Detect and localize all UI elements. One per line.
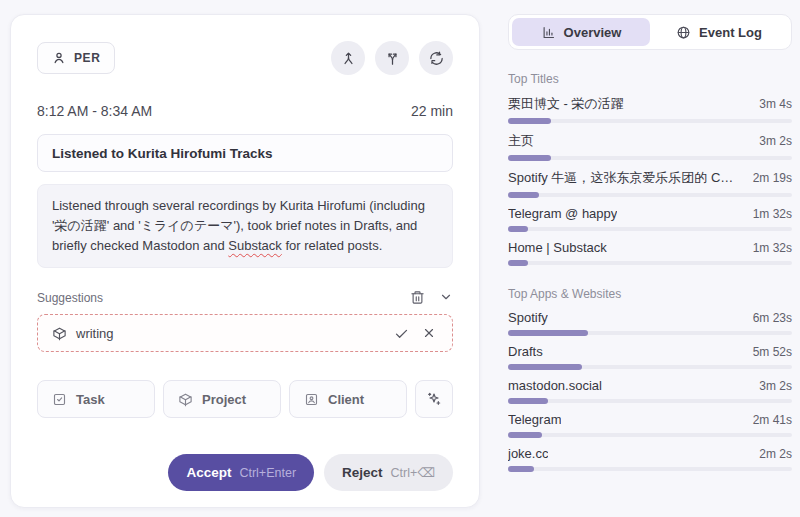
stat-title: Spotify 牛逼，这张东京爱乐乐团的 CD，演奏... — [508, 169, 743, 187]
suggestions-label: Suggestions — [37, 291, 103, 305]
entry-editor-card: PER — [10, 14, 480, 508]
stat-duration: 3m 4s — [759, 97, 792, 111]
check-icon — [394, 326, 409, 341]
reject-button[interactable]: Reject Ctrl+⌫ — [324, 454, 453, 491]
dismiss-suggestion-button[interactable] — [420, 324, 438, 342]
stat-title: joke.cc — [508, 446, 548, 461]
stat-duration: 1m 32s — [753, 207, 792, 221]
entry-type-label: PER — [74, 51, 100, 65]
progress-track — [508, 119, 792, 123]
globe-icon — [676, 25, 691, 40]
merge-button[interactable] — [331, 41, 365, 75]
progress-fill — [508, 118, 551, 124]
title-stat-row: 主页3m 2s — [508, 132, 792, 160]
stat-duration: 1m 32s — [753, 241, 792, 255]
tab-overview-label: Overview — [564, 25, 622, 40]
stat-title: Spotify — [508, 310, 548, 325]
tab-event-log[interactable]: Event Log — [650, 18, 788, 46]
progress-fill — [508, 432, 542, 438]
entry-description[interactable]: Listened through several recordings by K… — [37, 184, 453, 268]
top-apps-section: Top Apps & Websites Spotify6m 23s Drafts… — [508, 287, 792, 471]
task-checkbox-icon — [52, 392, 67, 407]
refresh-button[interactable] — [419, 41, 453, 75]
sparkles-icon — [426, 391, 442, 407]
progress-track — [508, 193, 792, 197]
app-stat-row: Drafts5m 52s — [508, 344, 792, 369]
time-range: 8:12 AM - 8:34 AM — [37, 103, 152, 119]
title-stat-row: Home | Substack1m 32s — [508, 240, 792, 265]
top-titles-section: Top Titles 栗田博文 - 栄の活躍3m 4s 主页3m 2s Spot… — [508, 72, 792, 265]
merge-icon — [341, 51, 356, 66]
progress-fill — [508, 398, 548, 404]
progress-fill — [508, 226, 528, 232]
person-icon — [52, 51, 66, 65]
accept-label: Accept — [186, 465, 231, 480]
progress-fill — [508, 155, 551, 161]
stat-title: Drafts — [508, 344, 543, 359]
add-client-button[interactable]: Client — [289, 380, 407, 418]
add-task-button[interactable]: Task — [37, 380, 155, 418]
refresh-icon — [429, 51, 444, 66]
reject-label: Reject — [342, 465, 383, 480]
stat-title: mastodon.social — [508, 378, 602, 393]
close-icon — [422, 326, 436, 340]
progress-track — [508, 227, 792, 231]
progress-track — [508, 365, 792, 369]
project-button-label: Project — [202, 392, 246, 407]
progress-fill — [508, 192, 539, 198]
accept-suggestion-button[interactable] — [392, 324, 411, 343]
reject-shortcut: Ctrl+⌫ — [391, 465, 435, 480]
entry-title-input[interactable] — [37, 134, 453, 172]
progress-track — [508, 433, 792, 437]
duration-label: 22 min — [411, 103, 453, 119]
split-icon — [385, 51, 400, 66]
stat-duration: 3m 2s — [759, 134, 792, 148]
misspelled-word: Substack — [228, 238, 281, 253]
app-stat-row: Spotify6m 23s — [508, 310, 792, 335]
entry-type-badge[interactable]: PER — [37, 42, 115, 74]
entry-actions — [331, 41, 453, 75]
tab-overview[interactable]: Overview — [512, 18, 650, 46]
accept-shortcut: Ctrl+Enter — [239, 466, 296, 480]
suggestion-text: writing — [76, 326, 114, 341]
stat-title: Telegram — [508, 412, 561, 427]
suggestions-header: Suggestions — [37, 290, 453, 305]
delete-suggestions-button[interactable] — [410, 290, 425, 305]
accept-button[interactable]: Accept Ctrl+Enter — [168, 454, 314, 491]
suggestion-chip[interactable]: writing — [37, 314, 453, 352]
progress-track — [508, 399, 792, 403]
progress-fill — [508, 364, 582, 370]
progress-track — [508, 261, 792, 265]
top-titles-heading: Top Titles — [508, 72, 792, 86]
stat-duration: 2m 2s — [759, 447, 792, 461]
app-stat-row: mastodon.social3m 2s — [508, 378, 792, 403]
split-button[interactable] — [375, 41, 409, 75]
project-box-icon — [178, 392, 193, 407]
trash-icon — [410, 290, 425, 305]
chevron-down-icon — [439, 290, 453, 305]
stat-duration: 2m 41s — [753, 413, 792, 427]
bar-chart-icon — [541, 25, 556, 40]
top-apps-heading: Top Apps & Websites — [508, 287, 792, 301]
stat-title: 栗田博文 - 栄の活躍 — [508, 95, 624, 113]
progress-track — [508, 331, 792, 335]
stat-title: Telegram @ happy — [508, 206, 617, 221]
collapse-suggestions-button[interactable] — [439, 290, 453, 305]
add-project-button[interactable]: Project — [163, 380, 281, 418]
ai-suggest-button[interactable] — [415, 380, 453, 418]
client-icon — [304, 392, 319, 407]
stat-duration: 2m 19s — [753, 171, 792, 185]
title-stat-row: Spotify 牛逼，这张东京爱乐乐团的 CD，演奏...2m 19s — [508, 169, 792, 197]
stat-duration: 5m 52s — [753, 345, 792, 359]
stat-duration: 3m 2s — [759, 379, 792, 393]
progress-fill — [508, 330, 588, 336]
time-row: 8:12 AM - 8:34 AM 22 min — [37, 103, 453, 119]
assign-row: Task Project Client — [37, 380, 453, 418]
panel-tabs: Overview Event Log — [508, 14, 792, 50]
progress-fill — [508, 466, 534, 472]
description-text-end: for related posts. — [282, 238, 382, 253]
stat-title: 主页 — [508, 132, 534, 150]
task-button-label: Task — [76, 392, 105, 407]
card-header: PER — [37, 41, 453, 75]
project-icon — [52, 326, 67, 341]
